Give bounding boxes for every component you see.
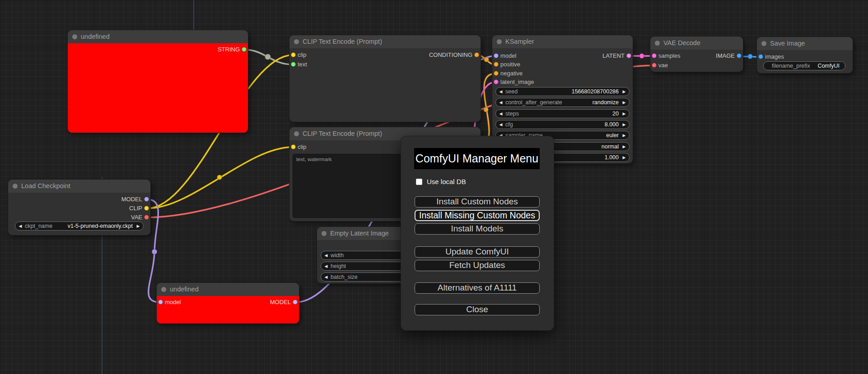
- input-slot-samples[interactable]: [652, 53, 657, 58]
- node-title: Empty Latent Image: [330, 227, 389, 240]
- node-titlebar[interactable]: Save Image: [757, 37, 853, 50]
- input-slot-model[interactable]: [158, 300, 163, 305]
- node-title: CLIP Text Encode (Prompt): [303, 127, 382, 140]
- input-label-model: model: [165, 299, 181, 305]
- collapse-dot-icon[interactable]: [322, 231, 327, 236]
- collapse-dot-icon[interactable]: [72, 34, 77, 39]
- input-slot-vae[interactable]: [652, 63, 657, 68]
- node-title: CLIP Text Encode (Prompt): [303, 35, 382, 48]
- node-clip-text-encode-positive[interactable]: CLIP Text Encode (Prompt) clip CONDITION…: [289, 35, 481, 122]
- node-titlebar[interactable]: KSampler: [492, 35, 633, 48]
- decrement-arrow-icon[interactable]: ◀: [322, 273, 330, 281]
- input-slot-images[interactable]: [758, 54, 763, 59]
- input-slot-model[interactable]: [494, 53, 499, 58]
- prev-arrow-icon[interactable]: ◀: [17, 222, 24, 230]
- update-comfyui-button[interactable]: Update ComfyUI: [415, 246, 540, 258]
- widget-value: 1.000: [605, 153, 619, 162]
- collapse-dot-icon[interactable]: [497, 39, 502, 44]
- node-save-image[interactable]: Save Image images filename_prefix ComfyU…: [757, 37, 853, 73]
- input-slot-clip[interactable]: [291, 144, 296, 149]
- widget-steps[interactable]: ◀ steps 20 ▶: [495, 109, 630, 118]
- comfyui-manager-menu: ComfyUI Manager Menu Use local DB Instal…: [401, 136, 554, 330]
- collapse-dot-icon[interactable]: [13, 184, 18, 189]
- widget-label: height: [331, 262, 346, 270]
- collapse-dot-icon[interactable]: [294, 131, 299, 136]
- fetch-updates-button[interactable]: Fetch Updates: [415, 260, 540, 271]
- widget-ckpt-name[interactable]: ◀ ckpt_name v1-5-pruned-emaonly.ckpt ▶: [15, 222, 144, 231]
- widget-label: filename_prefix: [772, 62, 810, 70]
- next-arrow-icon[interactable]: ▶: [135, 222, 142, 230]
- input-label-latent-image: latent_image: [500, 79, 534, 85]
- input-slot-latent-image[interactable]: [494, 79, 499, 84]
- input-slot-positive[interactable]: [494, 62, 499, 67]
- widget-label: cfg: [505, 120, 513, 129]
- input-label-clip: clip: [298, 52, 307, 58]
- output-slot-model[interactable]: [293, 300, 298, 305]
- install-models-button[interactable]: Install Models: [415, 223, 540, 235]
- increment-arrow-icon[interactable]: ▶: [621, 88, 628, 96]
- decrement-arrow-icon[interactable]: ◀: [497, 88, 504, 96]
- node-title: VAE Decode: [663, 37, 700, 50]
- node-undefined-bottom[interactable]: undefined model MODEL: [157, 283, 299, 323]
- collapse-dot-icon[interactable]: [761, 41, 766, 46]
- output-slot-conditioning[interactable]: [474, 52, 479, 57]
- decrement-arrow-icon[interactable]: ◀: [497, 98, 504, 106]
- install-custom-nodes-button[interactable]: Install Custom Nodes: [415, 196, 540, 208]
- decrement-arrow-icon[interactable]: ◀: [322, 262, 330, 270]
- collapse-dot-icon[interactable]: [161, 287, 166, 292]
- output-label-model: MODEL: [270, 299, 291, 305]
- widget-control-after-generate[interactable]: ◀ control_after_generate randomize ▶: [495, 98, 630, 107]
- increment-arrow-icon[interactable]: ▶: [621, 98, 628, 106]
- node-title: Load Checkpoint: [21, 180, 70, 193]
- link-dot: [748, 54, 753, 59]
- widget-cfg[interactable]: ◀ cfg 8.000 ▶: [495, 120, 630, 129]
- output-slot-latent[interactable]: [626, 53, 631, 58]
- node-titlebar[interactable]: CLIP Text Encode (Prompt): [289, 35, 481, 48]
- increment-arrow-icon[interactable]: ▶: [621, 153, 628, 162]
- output-slot-string[interactable]: [242, 47, 247, 52]
- widget-label: batch_size: [331, 273, 358, 281]
- prompt-text: text, watermark: [296, 157, 332, 162]
- node-titlebar[interactable]: undefined: [157, 283, 299, 296]
- input-slot-text[interactable]: [291, 62, 296, 67]
- input-label-positive: positive: [500, 61, 520, 68]
- output-slot-vae[interactable]: [144, 215, 149, 220]
- decrement-arrow-icon[interactable]: ◀: [497, 110, 504, 118]
- comfyui-canvas[interactable]: undefined STRING CLIP Text Encode (Promp…: [0, 0, 868, 374]
- link-dot: [484, 57, 489, 62]
- node-title: Save Image: [770, 37, 805, 50]
- output-slot-image[interactable]: [737, 53, 742, 58]
- decrement-arrow-icon[interactable]: ◀: [322, 251, 330, 259]
- link-dot: [152, 249, 157, 254]
- increment-arrow-icon[interactable]: ▶: [621, 131, 628, 139]
- node-titlebar[interactable]: Load Checkpoint: [8, 180, 150, 193]
- collapse-dot-icon[interactable]: [655, 41, 660, 46]
- use-local-db-checkbox[interactable]: [416, 179, 422, 185]
- node-undefined-top[interactable]: undefined STRING: [68, 30, 248, 133]
- widget-value: euler: [606, 131, 619, 139]
- widget-seed[interactable]: ◀ seed 156680208700286 ▶: [495, 87, 630, 96]
- output-label-latent: LATENT: [602, 53, 625, 59]
- node-vae-decode[interactable]: VAE Decode samples IMAGE vae: [650, 37, 743, 72]
- input-slot-negative[interactable]: [494, 71, 499, 76]
- use-local-db-label: Use local DB: [427, 178, 466, 185]
- collapse-dot-icon[interactable]: [294, 39, 299, 44]
- increment-arrow-icon[interactable]: ▶: [621, 120, 628, 129]
- increment-arrow-icon[interactable]: ▶: [621, 110, 628, 118]
- install-missing-custom-nodes-button[interactable]: Install Missing Custom Nodes: [415, 210, 540, 221]
- output-label-image: IMAGE: [716, 53, 735, 59]
- close-button[interactable]: Close: [415, 304, 540, 315]
- output-slot-clip[interactable]: [144, 206, 149, 211]
- increment-arrow-icon[interactable]: ▶: [621, 143, 628, 151]
- input-label-negative: negative: [500, 70, 523, 77]
- alternatives-of-a1111-button[interactable]: Alternatives of A1111: [415, 282, 540, 294]
- decrement-arrow-icon[interactable]: ◀: [497, 120, 504, 129]
- input-slot-clip[interactable]: [291, 52, 296, 57]
- node-load-checkpoint[interactable]: Load Checkpoint MODEL CLIP VAE ◀ ckpt_na…: [8, 180, 150, 235]
- node-titlebar[interactable]: VAE Decode: [650, 37, 743, 50]
- node-titlebar[interactable]: undefined: [68, 30, 248, 43]
- input-label-vae: vae: [658, 62, 668, 69]
- output-slot-model[interactable]: [144, 197, 149, 202]
- widget-filename-prefix[interactable]: filename_prefix ComfyUI: [763, 61, 845, 70]
- node-title: KSampler: [505, 35, 534, 48]
